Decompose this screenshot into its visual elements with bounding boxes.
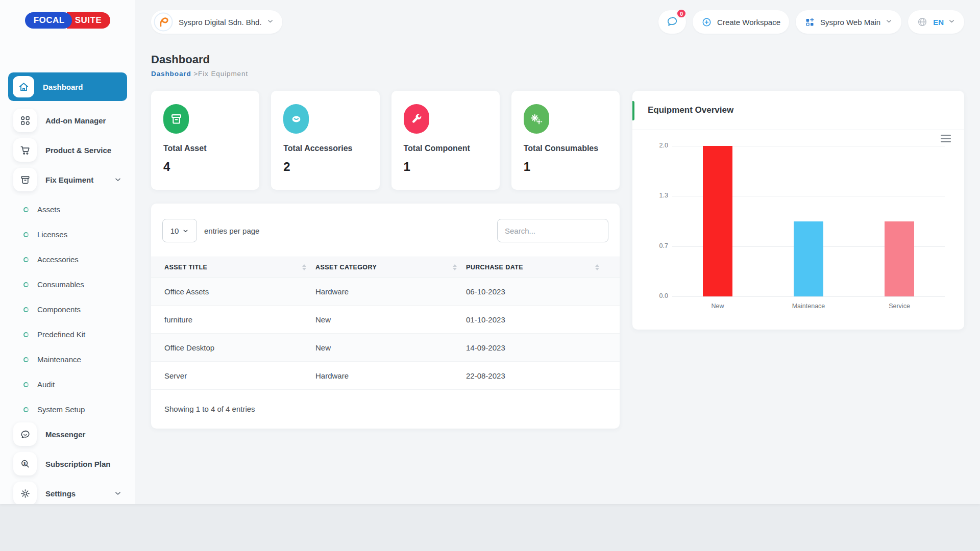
bar-maintenace[interactable] (794, 221, 823, 297)
column-label: PURCHASE DATE (466, 264, 523, 271)
sidebar-subitem-label: Consumables (37, 280, 84, 289)
dot-icon (23, 407, 29, 412)
plus-circle-icon (701, 17, 712, 28)
chart-menu-icon[interactable] (941, 135, 951, 142)
sidebar-item-fix-equiment[interactable]: Fix Equiment (8, 167, 127, 192)
table-cell: 22-08-2023 (466, 371, 608, 380)
bar-new[interactable] (703, 146, 732, 296)
table-row[interactable]: Office DesktopNew14-09-2023 (151, 334, 620, 362)
table-cell: New (315, 343, 466, 352)
x-axis-tick-label: Maintenace (773, 303, 844, 310)
sidebar-subitem-accessories[interactable]: Accessories (8, 247, 127, 272)
bar-chart-plot: 2.01.30.70.0NewMaintenaceService (672, 146, 945, 296)
table-cell: Server (164, 371, 315, 380)
dot-icon (23, 207, 29, 212)
company-selector[interactable]: Syspro Digital Sdn. Bhd. (151, 10, 282, 34)
sidebar-item-product-service[interactable]: Product & Service (8, 138, 127, 162)
divider (632, 130, 964, 130)
chart-accent-bar (632, 101, 634, 120)
sidebar-subitem-predefined-kit[interactable]: Predefined Kit (8, 322, 127, 347)
breadcrumb-root-link[interactable]: Dashboard (151, 70, 191, 78)
chevron-down-icon (266, 17, 274, 27)
table-row[interactable]: Office AssetsHardware06-10-2023 (151, 278, 620, 306)
breadcrumb-separator: > (193, 70, 198, 78)
create-workspace-label: Create Workspace (717, 18, 780, 27)
table-row[interactable]: furnitureNew01-10-2023 (151, 306, 620, 334)
column-header-asset-title[interactable]: ASSET TITLE (164, 264, 315, 271)
sort-icon (302, 264, 306, 270)
table-row[interactable]: ServerHardware22-08-2023 (151, 362, 620, 390)
stat-label: Total Component (404, 144, 487, 153)
stat-card-total-accessories: Total Accessories2 (271, 91, 379, 190)
brand-logo-focal: FOCAL (25, 12, 72, 29)
breadcrumb: Dashboard >Fix Equipment (151, 70, 964, 78)
sidebar-subitem-assets[interactable]: Assets (8, 197, 127, 222)
sidebar-subitem-components[interactable]: Components (8, 297, 127, 322)
company-logo-icon (154, 12, 173, 32)
topbar: Syspro Digital Sdn. Bhd. 0 Create Worksp… (151, 0, 964, 41)
table-footer-status: Showing 1 to 4 of 4 entries (151, 390, 620, 414)
sort-icon (595, 264, 599, 270)
sidebar: FOCAL SUITE DashboardAdd-on ManagerProdu… (0, 0, 135, 504)
bar-service[interactable] (885, 221, 914, 297)
stat-card-total-consumables: Total Consumables1 (511, 91, 620, 190)
main-area: Syspro Digital Sdn. Bhd. 0 Create Worksp… (135, 0, 980, 504)
stat-value: 2 (283, 160, 367, 174)
sidebar-item-label: Settings (45, 489, 76, 498)
sidebar-subitem-consumables[interactable]: Consumables (8, 272, 127, 297)
dot-icon (23, 357, 29, 362)
sidebar-subitem-label: Audit (37, 380, 55, 389)
create-workspace-button[interactable]: Create Workspace (693, 10, 789, 34)
table-cell: Office Desktop (164, 343, 315, 352)
search-input[interactable] (497, 219, 608, 242)
archive-stat-icon (163, 104, 189, 134)
language-selector[interactable]: EN (908, 10, 964, 34)
gear-icon (13, 482, 37, 504)
sidebar-item-label: Product & Service (45, 146, 111, 155)
page-title: Dashboard (151, 53, 964, 66)
stat-card-total-component: Total Component1 (391, 91, 500, 190)
sidebar-subitem-system-setup[interactable]: System Setup (8, 397, 127, 422)
sidebar-subitem-label: Predefined Kit (37, 330, 85, 339)
stat-value: 1 (404, 160, 487, 174)
cart-icon (13, 138, 37, 162)
chevron-down-icon (114, 489, 122, 497)
svg-text:$: $ (23, 461, 26, 465)
dot-icon (23, 282, 29, 287)
stat-cards: Total Asset4Total Accessories2Total Comp… (151, 91, 620, 190)
column-header-asset-category[interactable]: ASSET CATEGORY (315, 264, 466, 271)
sidebar-item-add-on-manager[interactable]: Add-on Manager (8, 108, 127, 133)
breadcrumb-current: Fix Equipment (198, 70, 248, 78)
x-axis-tick-label: New (682, 303, 753, 310)
sidebar-item-messenger[interactable]: Messenger (8, 422, 127, 446)
entries-per-page-label: entries per page (204, 227, 259, 235)
sidebar-subitem-licenses[interactable]: Licenses (8, 222, 127, 247)
y-axis-tick-label: 1.3 (648, 192, 668, 199)
y-axis-tick-label: 0.7 (648, 242, 668, 249)
gridline (672, 296, 945, 297)
stat-label: Total Consumables (524, 144, 607, 153)
dot-icon (23, 307, 29, 312)
table-header-row: ASSET TITLEASSET CATEGORYPURCHASE DATE (151, 257, 620, 278)
sidebar-item-subscription-plan[interactable]: $Subscription Plan (8, 452, 127, 476)
chevron-down-icon (885, 17, 893, 27)
app-window: FOCAL SUITE DashboardAdd-on ManagerProdu… (0, 0, 980, 504)
coin-icon (283, 104, 309, 134)
sidebar-item-settings[interactable]: Settings (8, 481, 127, 504)
table-cell: 01-10-2023 (466, 315, 608, 324)
messages-button[interactable]: 0 (658, 10, 686, 34)
brand-logo[interactable]: FOCAL SUITE (0, 0, 135, 41)
sidebar-subitem-label: Licenses (37, 230, 67, 239)
entries-per-page-select[interactable]: 10 (162, 219, 197, 242)
globe-icon (917, 16, 928, 28)
column-label: ASSET TITLE (164, 264, 207, 271)
dot-icon (23, 382, 29, 387)
sidebar-subitem-audit[interactable]: Audit (8, 372, 127, 397)
column-header-purchase-date[interactable]: PURCHASE DATE (466, 264, 608, 271)
workspace-selector[interactable]: Syspro Web Main (796, 10, 901, 34)
sidebar-item-dashboard[interactable]: Dashboard (8, 72, 127, 101)
chevron-down-icon (182, 228, 189, 234)
chevron-down-icon (114, 176, 122, 184)
company-name: Syspro Digital Sdn. Bhd. (179, 18, 262, 27)
sidebar-subitem-maintenance[interactable]: Maintenance (8, 347, 127, 372)
